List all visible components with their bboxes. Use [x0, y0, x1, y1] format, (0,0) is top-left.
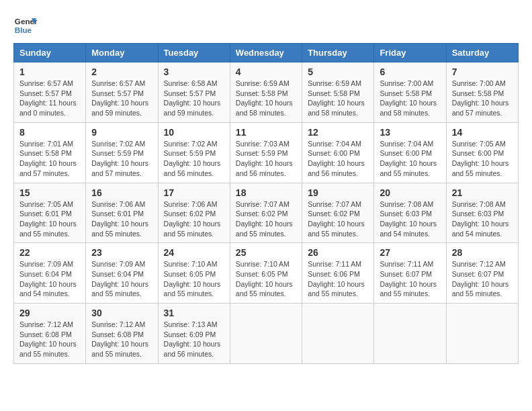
day-number: 17: [164, 187, 224, 198]
day-info: Sunrise: 7:04 AMSunset: 6:00 PMDaylight:…: [308, 139, 368, 179]
week-row-1: 1Sunrise: 6:57 AMSunset: 5:57 PMDaylight…: [14, 62, 519, 123]
day-info: Sunrise: 6:57 AMSunset: 5:57 PMDaylight:…: [91, 79, 152, 118]
calendar-cell: 8Sunrise: 7:01 AMSunset: 5:58 PMDaylight…: [14, 122, 86, 183]
logo-icon: General Blue: [13, 13, 38, 38]
day-number: 7: [452, 66, 513, 77]
day-info: Sunrise: 7:04 AMSunset: 6:00 PMDaylight:…: [380, 139, 440, 179]
calendar-cell: 28Sunrise: 7:12 AMSunset: 6:07 PMDayligh…: [446, 243, 518, 304]
day-number: 28: [452, 247, 513, 258]
day-number: 15: [19, 187, 80, 198]
day-info: Sunrise: 7:01 AMSunset: 5:58 PMDaylight:…: [19, 139, 80, 179]
day-number: 29: [19, 308, 80, 318]
calendar-cell: 13Sunrise: 7:04 AMSunset: 6:00 PMDayligh…: [374, 122, 446, 183]
calendar-cell: 6Sunrise: 7:00 AMSunset: 5:58 PMDaylight…: [374, 62, 446, 123]
calendar-cell: 9Sunrise: 7:02 AMSunset: 5:59 PMDaylight…: [86, 122, 158, 183]
day-number: 11: [236, 127, 296, 138]
day-info: Sunrise: 7:07 AMSunset: 6:02 PMDaylight:…: [236, 199, 296, 239]
calendar-cell: 4Sunrise: 6:59 AMSunset: 5:58 PMDaylight…: [230, 62, 302, 123]
day-info: Sunrise: 7:05 AMSunset: 6:00 PMDaylight:…: [452, 139, 513, 179]
day-info: Sunrise: 7:06 AMSunset: 6:02 PMDaylight:…: [164, 199, 224, 239]
calendar-cell: 30Sunrise: 7:12 AMSunset: 6:08 PMDayligh…: [86, 304, 158, 364]
calendar-cell: 16Sunrise: 7:06 AMSunset: 6:01 PMDayligh…: [86, 183, 158, 243]
day-number: 24: [164, 247, 224, 258]
calendar-cell: [302, 304, 374, 364]
day-info: Sunrise: 7:13 AMSunset: 6:09 PMDaylight:…: [164, 320, 224, 359]
day-number: 16: [91, 187, 152, 198]
day-number: 3: [164, 66, 224, 77]
logo: General Blue: [13, 13, 38, 38]
day-number: 21: [452, 187, 513, 198]
calendar-cell: 17Sunrise: 7:06 AMSunset: 6:02 PMDayligh…: [158, 183, 230, 243]
calendar-cell: 21Sunrise: 7:08 AMSunset: 6:03 PMDayligh…: [446, 183, 518, 243]
day-number: 12: [308, 127, 368, 138]
day-info: Sunrise: 7:10 AMSunset: 6:05 PMDaylight:…: [164, 259, 224, 299]
day-info: Sunrise: 7:00 AMSunset: 5:58 PMDaylight:…: [380, 79, 440, 118]
day-number: 19: [308, 187, 368, 198]
day-header-friday: Friday: [374, 44, 446, 62]
calendar-cell: 2Sunrise: 6:57 AMSunset: 5:57 PMDaylight…: [86, 62, 158, 123]
day-info: Sunrise: 6:59 AMSunset: 5:58 PMDaylight:…: [236, 79, 296, 118]
calendar-cell: [446, 304, 518, 364]
calendar-cell: 29Sunrise: 7:12 AMSunset: 6:08 PMDayligh…: [14, 304, 86, 364]
day-header-thursday: Thursday: [302, 44, 374, 62]
day-info: Sunrise: 6:59 AMSunset: 5:58 PMDaylight:…: [308, 79, 368, 118]
day-info: Sunrise: 6:57 AMSunset: 5:57 PMDaylight:…: [19, 79, 80, 118]
calendar-cell: 19Sunrise: 7:07 AMSunset: 6:02 PMDayligh…: [302, 183, 374, 243]
day-header-monday: Monday: [86, 44, 158, 62]
day-info: Sunrise: 7:11 AMSunset: 6:07 PMDaylight:…: [380, 259, 440, 299]
day-info: Sunrise: 7:08 AMSunset: 6:03 PMDaylight:…: [452, 199, 513, 239]
day-number: 13: [380, 127, 440, 138]
calendar-cell: 31Sunrise: 7:13 AMSunset: 6:09 PMDayligh…: [158, 304, 230, 364]
day-number: 22: [19, 247, 80, 258]
calendar-cell: 20Sunrise: 7:08 AMSunset: 6:03 PMDayligh…: [374, 183, 446, 243]
calendar-cell: 23Sunrise: 7:09 AMSunset: 6:04 PMDayligh…: [86, 243, 158, 304]
day-info: Sunrise: 7:06 AMSunset: 6:01 PMDaylight:…: [91, 199, 152, 239]
calendar-cell: 27Sunrise: 7:11 AMSunset: 6:07 PMDayligh…: [374, 243, 446, 304]
calendar-cell: 24Sunrise: 7:10 AMSunset: 6:05 PMDayligh…: [158, 243, 230, 304]
day-info: Sunrise: 7:00 AMSunset: 5:58 PMDaylight:…: [452, 79, 513, 118]
day-number: 5: [308, 66, 368, 77]
day-info: Sunrise: 7:09 AMSunset: 6:04 PMDaylight:…: [19, 259, 80, 299]
calendar-table: SundayMondayTuesdayWednesdayThursdayFrid…: [13, 43, 519, 364]
header-row: SundayMondayTuesdayWednesdayThursdayFrid…: [14, 44, 519, 62]
day-info: Sunrise: 7:07 AMSunset: 6:02 PMDaylight:…: [308, 199, 368, 239]
day-number: 1: [19, 66, 80, 77]
day-number: 2: [91, 66, 152, 77]
day-header-wednesday: Wednesday: [230, 44, 302, 62]
day-number: 9: [91, 127, 152, 138]
day-number: 10: [164, 127, 224, 138]
day-info: Sunrise: 7:03 AMSunset: 5:59 PMDaylight:…: [236, 139, 296, 179]
calendar-cell: 22Sunrise: 7:09 AMSunset: 6:04 PMDayligh…: [14, 243, 86, 304]
day-header-saturday: Saturday: [446, 44, 518, 62]
day-number: 20: [380, 187, 440, 198]
calendar-cell: 15Sunrise: 7:05 AMSunset: 6:01 PMDayligh…: [14, 183, 86, 243]
day-number: 14: [452, 127, 513, 138]
calendar-cell: [374, 304, 446, 364]
week-row-2: 8Sunrise: 7:01 AMSunset: 5:58 PMDaylight…: [14, 122, 519, 183]
day-number: 26: [308, 247, 368, 258]
day-info: Sunrise: 7:12 AMSunset: 6:08 PMDaylight:…: [91, 320, 152, 359]
calendar-cell: 1Sunrise: 6:57 AMSunset: 5:57 PMDaylight…: [14, 62, 86, 123]
day-number: 25: [236, 247, 296, 258]
calendar-cell: [230, 304, 302, 364]
day-number: 6: [380, 66, 440, 77]
calendar-cell: 26Sunrise: 7:11 AMSunset: 6:06 PMDayligh…: [302, 243, 374, 304]
day-info: Sunrise: 7:05 AMSunset: 6:01 PMDaylight:…: [19, 199, 80, 239]
week-row-3: 15Sunrise: 7:05 AMSunset: 6:01 PMDayligh…: [14, 183, 519, 243]
calendar-cell: 25Sunrise: 7:10 AMSunset: 6:05 PMDayligh…: [230, 243, 302, 304]
calendar-cell: 14Sunrise: 7:05 AMSunset: 6:00 PMDayligh…: [446, 122, 518, 183]
day-number: 27: [380, 247, 440, 258]
week-row-5: 29Sunrise: 7:12 AMSunset: 6:08 PMDayligh…: [14, 304, 519, 364]
day-info: Sunrise: 7:08 AMSunset: 6:03 PMDaylight:…: [380, 199, 440, 239]
calendar-cell: 11Sunrise: 7:03 AMSunset: 5:59 PMDayligh…: [230, 122, 302, 183]
calendar-cell: 18Sunrise: 7:07 AMSunset: 6:02 PMDayligh…: [230, 183, 302, 243]
day-number: 23: [91, 247, 152, 258]
calendar-cell: 10Sunrise: 7:02 AMSunset: 5:59 PMDayligh…: [158, 122, 230, 183]
day-number: 30: [91, 308, 152, 318]
week-row-4: 22Sunrise: 7:09 AMSunset: 6:04 PMDayligh…: [14, 243, 519, 304]
day-info: Sunrise: 7:11 AMSunset: 6:06 PMDaylight:…: [308, 259, 368, 299]
day-number: 18: [236, 187, 296, 198]
day-info: Sunrise: 7:12 AMSunset: 6:07 PMDaylight:…: [452, 259, 513, 299]
calendar-cell: 12Sunrise: 7:04 AMSunset: 6:00 PMDayligh…: [302, 122, 374, 183]
day-info: Sunrise: 7:02 AMSunset: 5:59 PMDaylight:…: [91, 139, 152, 179]
